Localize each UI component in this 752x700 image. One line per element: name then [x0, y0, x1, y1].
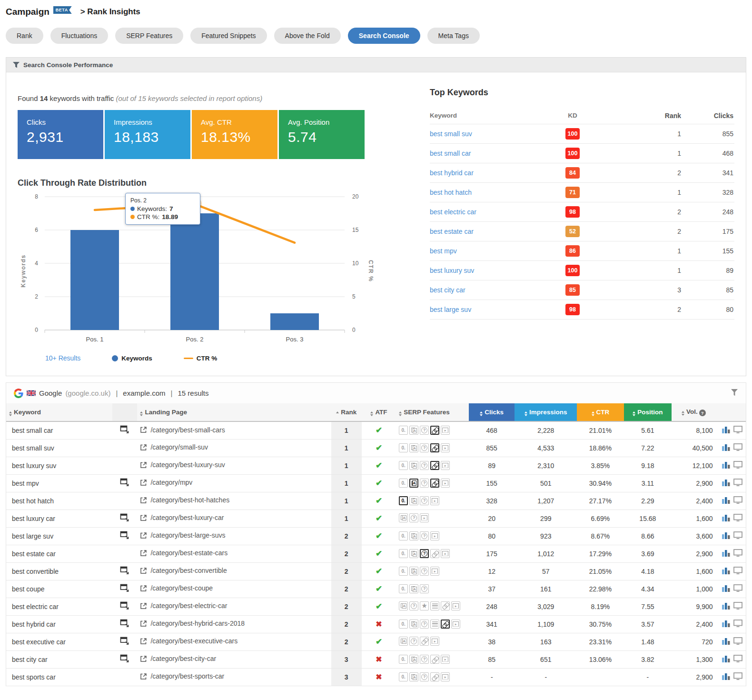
serp-preview-icon[interactable]: [120, 604, 130, 612]
keyword-link[interactable]: best mpv: [430, 247, 457, 255]
landing-page-link[interactable]: /category/best-luxury-car: [140, 514, 224, 521]
keyword-link[interactable]: best small suv: [430, 130, 472, 138]
landing-page-link[interactable]: /category/best-convertible: [140, 567, 227, 574]
svg-text:CTR %: CTR %: [367, 260, 374, 282]
landing-page-link[interactable]: /category/best-hot-hatches: [140, 496, 229, 504]
volume-help-icon[interactable]: ?: [699, 410, 706, 416]
stat-label: Clicks: [27, 118, 103, 126]
landing-page-link[interactable]: /category/best-luxury-suv: [140, 461, 225, 469]
keyword-rank: 2: [601, 228, 682, 235]
serp-monitor-icon[interactable]: [733, 479, 742, 488]
col-position[interactable]: Position: [624, 403, 672, 421]
tab-fluctuations[interactable]: Fluctuations: [50, 28, 108, 44]
keyword-clicks: 80: [682, 306, 734, 313]
serp-feature-question-icon: ?: [420, 655, 429, 664]
col-landing-page[interactable]: Landing Page: [137, 403, 331, 421]
col-volume[interactable]: Vol.?: [672, 403, 715, 421]
keyword-chart-icon[interactable]: [722, 515, 730, 523]
landing-page-link[interactable]: /category/best-large-suvs: [140, 531, 225, 539]
serp-monitor-icon[interactable]: [733, 461, 742, 470]
serp-monitor-icon[interactable]: [733, 531, 742, 540]
serp-preview-icon[interactable]: [120, 587, 130, 594]
keyword-chart-icon[interactable]: [722, 550, 730, 558]
keyword-chart-icon[interactable]: [722, 480, 730, 488]
landing-page-link[interactable]: /category/best-executive-cars: [140, 637, 237, 645]
serp-preview-icon[interactable]: [120, 622, 130, 630]
serp-monitor-icon[interactable]: [733, 443, 742, 452]
external-link-icon: [140, 497, 147, 504]
keyword-chart-icon[interactable]: [722, 656, 730, 664]
col-keyword[interactable]: Keyword: [6, 403, 112, 421]
keyword-chart-icon[interactable]: [722, 568, 730, 576]
serp-preview-icon[interactable]: [120, 516, 130, 524]
serp-preview-icon[interactable]: [120, 481, 130, 489]
tab-above-the-fold[interactable]: Above the Fold: [274, 28, 341, 44]
serp-monitor-icon[interactable]: [733, 426, 742, 435]
serp-feature-link-icon: [441, 601, 450, 610]
col-rank[interactable]: Rank: [331, 403, 362, 421]
ten-plus-results-link[interactable]: 10+ Results: [45, 354, 80, 362]
serp-monitor-icon[interactable]: [733, 620, 742, 629]
atf-check-icon: ✔: [376, 514, 382, 523]
tab-meta-tags[interactable]: Meta Tags: [427, 28, 480, 44]
serp-monitor-icon[interactable]: [733, 655, 742, 664]
serp-feature-pages-icon: A: [409, 426, 418, 435]
serp-monitor-icon[interactable]: [733, 637, 742, 646]
landing-page-link[interactable]: /category/mpv: [140, 479, 192, 486]
serp-preview-icon[interactable]: [120, 534, 130, 541]
serp-monitor-icon[interactable]: [733, 584, 742, 593]
keyword-link[interactable]: best luxury suv: [430, 267, 474, 274]
col-ctr[interactable]: CTR: [577, 403, 624, 421]
keyword-rank: 2: [601, 208, 682, 216]
keyword-link[interactable]: best small car: [430, 150, 471, 157]
serp-preview-icon[interactable]: [120, 569, 130, 577]
landing-page-link[interactable]: /category/best-sports-car: [140, 672, 224, 680]
keyword-chart-icon[interactable]: [722, 603, 730, 611]
keyword-link[interactable]: best estate car: [430, 228, 474, 235]
serp-monitor-icon[interactable]: [733, 567, 742, 576]
rank-cell: 1: [331, 492, 362, 510]
tab-serp-features[interactable]: SERP Features: [115, 28, 183, 44]
landing-page-link[interactable]: /category/best-coupe: [140, 584, 213, 592]
serp-feature-pages-icon: A: [399, 601, 408, 610]
keyword-chart-icon[interactable]: [722, 444, 730, 452]
keyword-chart-icon[interactable]: [722, 532, 730, 540]
serp-monitor-icon[interactable]: [733, 496, 742, 505]
keyword-link[interactable]: best hot hatch: [430, 189, 472, 196]
serp-preview-icon[interactable]: [120, 640, 130, 647]
landing-page-link[interactable]: /category/best-city-car: [140, 655, 216, 662]
filter-funnel-icon[interactable]: [731, 389, 738, 398]
serp-monitor-icon[interactable]: [733, 514, 742, 523]
ctr-distribution-chart[interactable]: 0246805101520Pos. 1Pos. 2Pos. 3KeywordsC…: [18, 190, 377, 350]
landing-page-link[interactable]: /category/best-small-cars: [140, 426, 225, 434]
keyword-chart-icon[interactable]: [722, 585, 730, 593]
keyword-link[interactable]: best hybrid car: [430, 169, 474, 177]
landing-page-link[interactable]: /category/small-suv: [140, 443, 208, 451]
tooltip-keywords-row: Keywords: 7: [130, 205, 195, 212]
landing-page-link[interactable]: /category/best-hybrid-cars-2018: [140, 620, 245, 627]
serp-monitor-icon[interactable]: [733, 549, 742, 558]
keyword-chart-icon[interactable]: [722, 462, 730, 470]
keyword-link[interactable]: best large suv: [430, 306, 471, 313]
keyword-chart-icon[interactable]: [722, 673, 730, 681]
serp-preview-icon[interactable]: [120, 657, 130, 665]
serp-monitor-icon[interactable]: [733, 602, 742, 611]
serp-preview-icon[interactable]: [120, 428, 130, 436]
landing-page-link[interactable]: /category/best-electric-car: [140, 602, 227, 610]
landing-page-link[interactable]: /category/best-estate-cars: [140, 549, 228, 557]
col-atf[interactable]: ATF: [362, 403, 396, 421]
serp-monitor-icon[interactable]: [733, 672, 742, 681]
tab-rank[interactable]: Rank: [6, 28, 43, 44]
tab-featured-snippets[interactable]: Featured Snippets: [190, 28, 267, 44]
tab-search-console[interactable]: Search Console: [348, 28, 420, 44]
col-serp-features[interactable]: SERP Features: [396, 403, 469, 421]
col-clicks[interactable]: Clicks: [469, 403, 515, 421]
keyword-link[interactable]: best city car: [430, 286, 465, 294]
svg-text:20: 20: [352, 193, 359, 200]
keyword-chart-icon[interactable]: [722, 620, 730, 629]
keyword-link[interactable]: best electric car: [430, 208, 476, 216]
keyword-chart-icon[interactable]: [722, 638, 730, 646]
col-impressions[interactable]: Impressions: [515, 403, 577, 421]
keyword-chart-icon[interactable]: [722, 497, 730, 505]
keyword-chart-icon[interactable]: [722, 427, 730, 435]
